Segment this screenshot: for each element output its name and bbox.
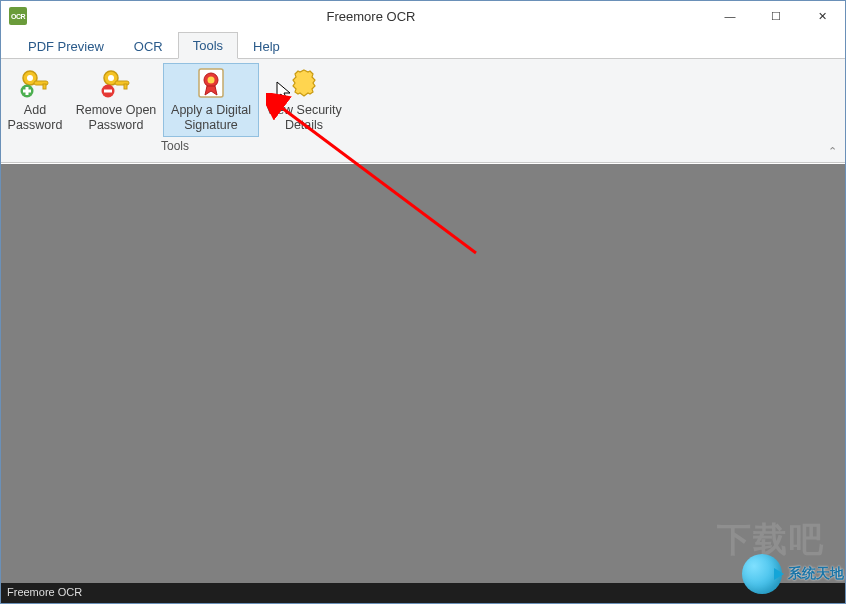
ribbon-item-label: Apply a DigitalSignature [171,103,251,133]
view-security-details-button[interactable]: View SecurityDetails [259,63,349,137]
window-controls: — ☐ ✕ [707,1,845,31]
svg-point-1 [27,75,33,81]
statusbar-text: Freemore OCR [7,586,82,598]
tab-tools[interactable]: Tools [178,32,238,59]
remove-open-password-button[interactable]: Remove OpenPassword [69,63,163,137]
ribbon-group-tools: AddPassword [1,59,349,162]
ribbon-item-label: View SecurityDetails [266,103,342,133]
apply-digital-signature-button[interactable]: Apply a DigitalSignature [163,63,259,137]
ribbon: AddPassword [1,58,845,163]
key-add-icon [19,67,51,99]
app-window: OCR Freemore OCR — ☐ ✕ PDF Preview OCR T… [0,0,846,604]
statusbar: Freemore OCR [1,583,845,603]
close-button[interactable]: ✕ [799,1,845,31]
tab-ocr[interactable]: OCR [119,33,178,59]
ribbon-tabs: PDF Preview OCR Tools Help [1,31,845,59]
maximize-button[interactable]: ☐ [753,1,799,31]
document-area [1,164,845,583]
add-password-button[interactable]: AddPassword [1,63,69,137]
app-icon: OCR [9,7,27,25]
svg-rect-12 [104,90,112,93]
svg-rect-3 [43,84,46,89]
ribbon-group-label: Tools [1,137,349,156]
rosette-icon [195,67,227,99]
ribbon-item-label: AddPassword [8,103,63,133]
tab-help[interactable]: Help [238,33,295,59]
minimize-button[interactable]: — [707,1,753,31]
svg-point-15 [208,77,215,84]
svg-rect-6 [23,90,31,93]
svg-rect-10 [124,84,127,89]
titlebar: OCR Freemore OCR — ☐ ✕ [1,1,845,31]
tab-pdf-preview[interactable]: PDF Preview [13,33,119,59]
window-title: Freemore OCR [35,9,707,24]
mouse-cursor-icon [276,81,294,103]
ribbon-collapse-button[interactable]: ⌃ [828,145,837,158]
ribbon-item-label: Remove OpenPassword [76,103,157,133]
key-remove-icon [100,67,132,99]
svg-point-8 [108,75,114,81]
